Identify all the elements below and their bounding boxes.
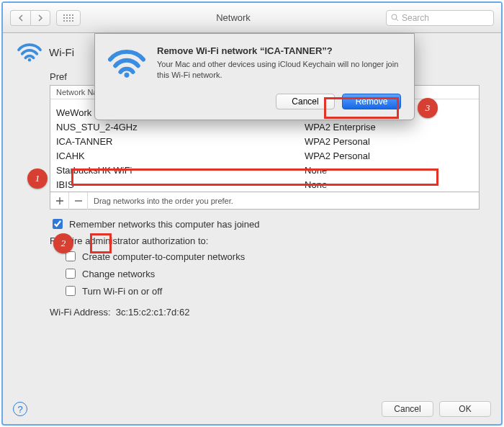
dialog-message: Your Mac and other devices using iCloud … (157, 59, 401, 81)
back-button[interactable] (10, 10, 30, 26)
opt-adhoc-label: Create computer-to-computer networks (82, 251, 245, 262)
nav-buttons (10, 10, 50, 26)
svg-line-13 (396, 19, 398, 21)
opt-adhoc-checkbox[interactable] (66, 251, 76, 261)
opt-change-checkbox[interactable] (66, 269, 76, 279)
dialog-cancel-button[interactable]: Cancel (276, 94, 335, 109)
opt-change-label: Change networks (82, 269, 155, 279)
svg-rect-9 (66, 20, 68, 22)
ok-button[interactable]: OK (439, 401, 491, 417)
network-preferences-window: Network Search Wi-Fi Pref Network Name S… (1, 1, 503, 426)
svg-rect-10 (69, 20, 71, 22)
grid-icon (63, 14, 73, 22)
table-action-bar: Drag networks into the order you prefer. (50, 192, 480, 210)
remove-network-button[interactable] (69, 192, 88, 210)
window-title: Network (86, 12, 380, 23)
dialog-title: Remove Wi-Fi network “ICA-TANNER”? (157, 45, 401, 56)
search-placeholder: Search (402, 13, 429, 23)
minus-icon (75, 197, 82, 204)
wifi-address-value: 3c:15:c2:c1:7d:62 (116, 307, 190, 318)
remove-network-dialog: Remove Wi-Fi network “ICA-TANNER”? Your … (94, 33, 415, 120)
require-admin-label: Require administrator authorization to: (50, 235, 480, 246)
sheet-footer: ? Cancel OK (13, 401, 491, 417)
plus-icon (56, 197, 63, 204)
svg-rect-2 (69, 14, 71, 16)
svg-point-14 (28, 58, 31, 61)
opt-toggle-checkbox[interactable] (66, 286, 76, 296)
table-row[interactable]: IBISNone (50, 177, 479, 192)
dialog-remove-button[interactable]: Remove (342, 94, 401, 109)
table-row[interactable]: NUS_STU_2-4GHzWPA2 Enterprise (50, 120, 479, 134)
chevron-right-icon (37, 14, 43, 22)
svg-rect-0 (63, 14, 65, 16)
dialog-icon (108, 45, 145, 109)
dialog-buttons: Cancel Remove (157, 94, 401, 109)
wifi-address-label: Wi-Fi Address: (50, 307, 111, 318)
remember-networks-checkbox[interactable] (53, 219, 63, 229)
remember-networks-label: Remember networks this computer has join… (69, 219, 259, 230)
pane-title: Wi-Fi (49, 46, 74, 58)
wifi-icon (17, 42, 42, 62)
search-input[interactable]: Search (386, 10, 494, 26)
help-button[interactable]: ? (13, 402, 27, 416)
search-icon (391, 14, 399, 22)
admin-options: Create computer-to-computer networks Cha… (63, 249, 480, 298)
opt-adhoc-row: Create computer-to-computer networks (63, 249, 480, 264)
dialog-body: Remove Wi-Fi network “ICA-TANNER”? Your … (157, 45, 401, 109)
table-row[interactable]: StarbucksHK WiFiNone (50, 163, 479, 177)
cancel-button[interactable]: Cancel (382, 401, 433, 417)
svg-rect-6 (69, 17, 71, 19)
remember-networks-row: Remember networks this computer has join… (50, 217, 480, 231)
wifi-icon (108, 47, 145, 78)
svg-rect-4 (63, 17, 65, 19)
wifi-address-row: Wi-Fi Address: 3c:15:c2:c1:7d:62 (50, 307, 480, 318)
annotation-callout-1: 1 (27, 168, 48, 189)
show-all-button[interactable] (56, 10, 81, 26)
chevron-left-icon (18, 14, 24, 22)
opt-toggle-label: Turn Wi-Fi on or off (82, 286, 162, 297)
svg-point-15 (125, 73, 130, 78)
opt-toggle-row: Turn Wi-Fi on or off (63, 284, 480, 298)
opt-change-row: Change networks (63, 266, 480, 281)
svg-rect-3 (72, 14, 73, 16)
annotation-callout-2: 2 (53, 233, 73, 253)
svg-rect-11 (72, 20, 73, 22)
svg-rect-8 (63, 20, 65, 22)
drag-hint: Drag networks into the order you prefer. (88, 197, 233, 205)
annotation-callout-3: 3 (418, 98, 438, 118)
table-row[interactable]: ICAHKWPA2 Personal (50, 148, 479, 163)
svg-rect-5 (66, 17, 68, 19)
forward-button[interactable] (30, 10, 50, 26)
svg-rect-7 (72, 17, 73, 19)
svg-rect-1 (66, 14, 68, 16)
table-row-selected[interactable]: ICA-TANNERWPA2 Personal (50, 134, 479, 148)
svg-point-12 (392, 14, 397, 19)
add-network-button[interactable] (50, 192, 69, 210)
window-toolbar: Network Search (3, 3, 501, 33)
